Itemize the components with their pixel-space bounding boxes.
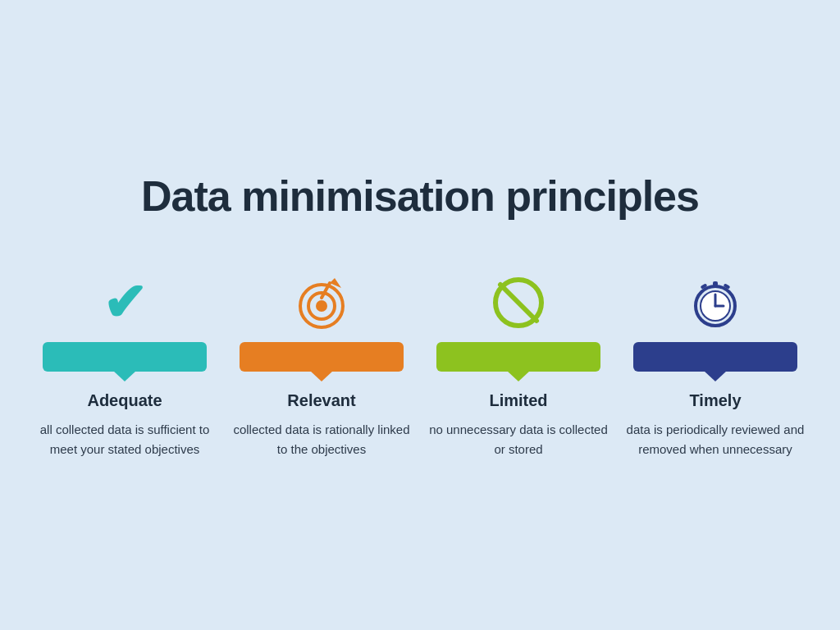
target-icon-area [294, 270, 349, 336]
svg-point-2 [316, 300, 327, 312]
principle-card-relevant: Relevant collected data is rationally li… [231, 270, 412, 459]
page-title: Data minimisation principles [141, 171, 699, 221]
adequate-icon-area: ✔ [103, 270, 147, 336]
principle-card-limited: Limited no unnecessary data is collected… [428, 270, 609, 459]
limited-bubble [436, 342, 600, 372]
clock-icon-area [689, 270, 742, 336]
checkmark-icon: ✔ [103, 276, 147, 329]
principle-card-adequate: ✔ Adequate all collected data is suffici… [34, 270, 215, 459]
principle-card-timely: Timely data is periodically reviewed and… [625, 270, 806, 459]
principles-container: ✔ Adequate all collected data is suffici… [26, 270, 814, 459]
svg-rect-11 [713, 281, 718, 286]
prohibited-svg-icon [492, 276, 545, 329]
adequate-bubble [43, 342, 207, 372]
timely-description: data is periodically reviewed and remove… [625, 420, 806, 459]
no-icon-area [492, 270, 545, 336]
relevant-bubble [240, 342, 404, 372]
limited-title: Limited [489, 391, 547, 410]
svg-line-6 [500, 285, 536, 321]
target-svg-icon [294, 275, 349, 331]
relevant-title: Relevant [287, 391, 355, 410]
adequate-description: all collected data is sufficient to meet… [34, 420, 215, 459]
timely-bubble [633, 342, 797, 372]
stopwatch-svg-icon [689, 276, 742, 329]
timely-title: Timely [690, 391, 742, 410]
adequate-title: Adequate [87, 391, 162, 410]
limited-description: no unnecessary data is collected or stor… [428, 420, 609, 459]
relevant-description: collected data is rationally linked to t… [231, 420, 412, 459]
